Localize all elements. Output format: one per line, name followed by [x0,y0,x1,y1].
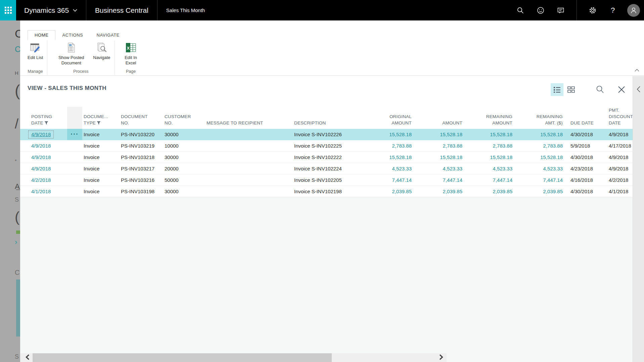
cell-document_type[interactable]: Invoice [82,154,119,160]
cell-customer_no[interactable]: 50000 [163,177,205,183]
cell-document_type[interactable]: Invoice [82,143,119,149]
table-row[interactable]: 4/1/2018InvoicePS-INV10319830000Invoice … [20,186,633,197]
table-row[interactable]: 4/9/2018···InvoicePS-INV10322030000Invoi… [20,129,633,140]
column-header-message_to_recipient[interactable]: MESSAGE TO RECIPIENT [205,120,292,129]
cell-ellipsis[interactable] [67,140,82,151]
cell-description[interactable]: Invoice S-INV102224 [292,166,369,171]
cell-document_no[interactable]: PS-INV103217 [119,166,163,171]
cell-posting_date[interactable]: 4/1/2018 [20,189,67,194]
cell-document_type[interactable]: Invoice [82,166,119,171]
column-header-document_type[interactable]: DOCUME...TYPE [82,113,119,129]
column-header-customer_no[interactable]: CUSTOMERNO. [163,113,205,129]
column-header-posting_date[interactable]: POSTINGDATE [20,113,67,129]
cell-description[interactable]: Invoice S-INV102198 [292,189,369,194]
tab-home[interactable]: HOME [28,30,55,40]
show-posted-document-button[interactable]: Show Posted Document [51,42,91,66]
cell-posting_date[interactable]: 4/9/2018 [20,131,67,139]
search-icon[interactable] [595,83,605,96]
cell-pmt_discount_date[interactable]: 4/2/2018 [604,177,633,183]
tile-view-toggle[interactable] [565,83,578,96]
cell-document_type[interactable]: Invoice [82,177,119,183]
product-name[interactable]: Business Central [95,6,148,14]
scroll-left-chevron-icon[interactable] [23,353,32,362]
cell-remaining_amt_usd[interactable]: 7,447.14 [514,177,565,183]
cell-customer_no[interactable]: 20000 [163,166,205,171]
cell-remaining_amount[interactable]: 15,528.18 [464,154,514,160]
tab-actions[interactable]: ACTIONS [55,31,90,40]
cell-document_no[interactable]: PS-INV103198 [119,189,163,194]
cell-posting_date[interactable]: 4/2/2018 [20,177,67,183]
column-header-description[interactable]: DESCRIPTION [292,120,369,129]
cell-pmt_discount_date[interactable]: 4/1/2018 [604,189,633,194]
edit-in-excel-button[interactable]: X Edit In Excel [119,42,143,66]
column-header-amount[interactable]: AMOUNT [414,120,464,129]
cell-amount[interactable]: 15,528.18 [414,154,464,160]
cell-customer_no[interactable]: 30000 [163,189,205,194]
list-view-toggle[interactable] [551,83,563,96]
cell-original_amount[interactable]: 2,783.88 [369,143,414,149]
cell-amount[interactable]: 2,783.88 [414,143,464,149]
cell-original_amount[interactable]: 15,528.18 [369,132,414,137]
cell-description[interactable]: Invoice S-INV102222 [292,154,369,160]
cell-amount[interactable]: 7,447.14 [414,177,464,183]
cell-due_date[interactable]: 4/30/2018 [565,132,604,137]
cell-remaining_amount[interactable]: 2,783.88 [464,143,514,149]
navigate-button[interactable]: Navigate [93,42,110,60]
cell-description[interactable]: Invoice S-INV102205 [292,177,369,183]
cell-posting_date[interactable]: 4/9/2018 [20,154,67,160]
cell-document_no[interactable]: PS-INV103216 [119,177,163,183]
edit-list-button[interactable]: Edit List [28,42,43,60]
column-header-due_date[interactable]: DUE DATE [565,120,604,129]
cell-posting_date[interactable]: 4/9/2018 [20,143,67,149]
cell-remaining_amt_usd[interactable]: 2,039.85 [514,189,565,194]
message-bubble-icon[interactable] [555,5,566,16]
cell-due_date[interactable]: 4/23/2018 [565,166,604,171]
cell-pmt_discount_date[interactable]: 4/9/2018 [604,154,633,160]
tab-navigate[interactable]: NAVIGATE [90,31,126,40]
cell-remaining_amt_usd[interactable]: 4,523.33 [514,166,565,171]
cell-remaining_amount[interactable]: 2,039.85 [464,189,514,194]
cell-description[interactable]: Invoice S-INV102226 [292,132,369,137]
collapse-ribbon-chevron-up-icon[interactable] [635,68,639,73]
cell-customer_no[interactable]: 10000 [163,143,205,149]
column-header-remaining_amount[interactable]: REMAININGAMOUNT [464,113,514,129]
column-header-pmt_discount_date[interactable]: PMT.DISCOUNTDATE [604,107,633,129]
scrollbar-thumb[interactable] [33,353,332,362]
cell-pmt_discount_date[interactable]: 4/17/2018 [604,143,633,149]
cell-due_date[interactable]: 4/16/2018 [565,177,604,183]
cell-document_no[interactable]: PS-INV103219 [119,143,163,149]
column-header-remaining_amt_usd[interactable]: REMAININGAMT. ($) [514,113,565,129]
row-actions-ellipsis[interactable]: ··· [67,129,82,140]
cell-document_type[interactable]: Invoice [82,132,119,137]
search-icon[interactable] [515,5,526,16]
cell-amount[interactable]: 15,528.18 [414,132,464,137]
cell-remaining_amount[interactable]: 4,523.33 [464,166,514,171]
table-row[interactable]: 4/9/2018InvoicePS-INV10321910000Invoice … [20,140,633,152]
cell-remaining_amt_usd[interactable]: 15,528.18 [514,154,565,160]
cell-ellipsis[interactable] [67,174,82,186]
table-row[interactable]: 4/2/2018InvoicePS-INV10321650000Invoice … [20,174,633,186]
cell-remaining_amount[interactable]: 7,447.14 [464,177,514,183]
cell-original_amount[interactable]: 4,523.33 [369,166,414,171]
cell-document_no[interactable]: PS-INV103218 [119,154,163,160]
scroll-right-chevron-icon[interactable] [436,353,446,362]
app-switcher[interactable]: Dynamics 365 [24,6,77,14]
cell-remaining_amt_usd[interactable]: 15,528.18 [514,132,565,137]
table-row[interactable]: 4/9/2018InvoicePS-INV10321720000Invoice … [20,163,633,174]
column-header-original_amount[interactable]: ORIGINALAMOUNT [369,113,414,129]
column-header-document_no[interactable]: DOCUMENTNO. [119,113,163,129]
cell-pmt_discount_date[interactable]: 4/9/2018 [604,166,633,171]
cell-original_amount[interactable]: 2,039.85 [369,189,414,194]
cell-pmt_discount_date[interactable]: 4/9/2018 [604,132,633,137]
cell-ellipsis[interactable] [67,163,82,174]
cell-document_type[interactable]: Invoice [82,189,119,194]
cell-ellipsis[interactable] [67,186,82,197]
cell-description[interactable]: Invoice S-INV102225 [292,143,369,149]
cell-amount[interactable]: 2,039.85 [414,189,464,194]
cell-amount[interactable]: 4,523.33 [414,166,464,171]
feedback-smiley-icon[interactable] [535,5,546,16]
cell-original_amount[interactable]: 15,528.18 [369,154,414,160]
posting-date-link[interactable]: 4/9/2018 [28,131,54,139]
cell-due_date[interactable]: 5/9/2018 [565,143,604,149]
cell-customer_no[interactable]: 30000 [163,154,205,160]
